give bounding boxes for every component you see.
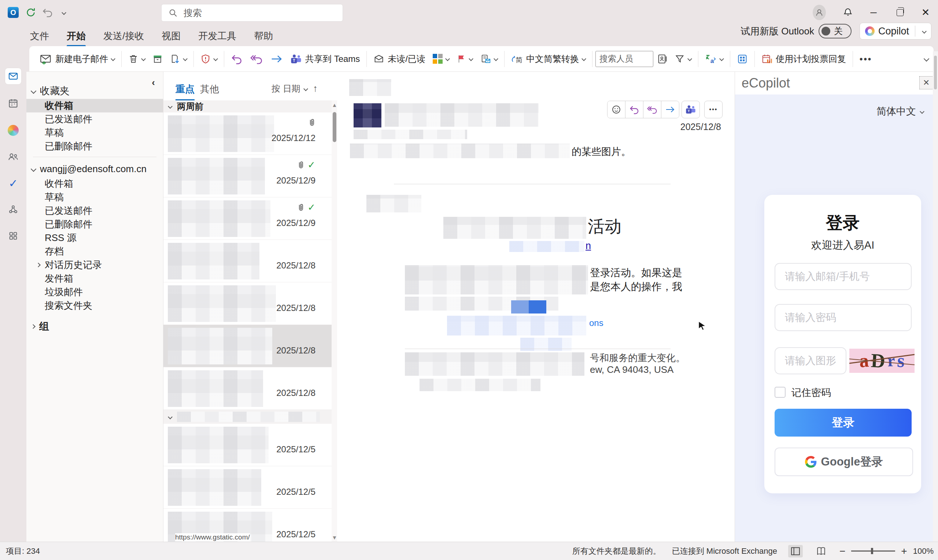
mail-list-item[interactable]: 2025/12/5 (163, 466, 331, 509)
forward-button[interactable] (661, 101, 679, 118)
login-button[interactable]: 登录 (775, 409, 912, 437)
collapse-ribbon-chevron-icon[interactable] (924, 56, 929, 62)
sort-by-date-dropdown[interactable]: 按 日期 (271, 83, 307, 94)
more-message-actions-button[interactable]: ••• (704, 101, 722, 118)
mail-list-item[interactable]: 2025/12/12 (163, 112, 331, 155)
refresh-icon[interactable] (24, 6, 37, 19)
folder-sent-favorite[interactable]: 已发送邮件 (26, 112, 163, 126)
emoji-reaction-button[interactable] (607, 101, 625, 118)
apps-button[interactable] (737, 54, 748, 65)
mail-list-item[interactable]: 2025/12/5 (163, 424, 331, 466)
rail-network-icon[interactable] (5, 202, 21, 218)
folder-deleted-favorite[interactable]: 已删除邮件 (26, 140, 163, 153)
send-receive-rule-button[interactable] (480, 54, 497, 64)
remember-password-checkbox[interactable] (775, 387, 786, 398)
captcha-image[interactable]: a D r s (849, 349, 915, 373)
link2-text-fragment[interactable]: ons (589, 318, 604, 328)
email-field[interactable] (775, 263, 912, 290)
mail-list-scrollbar[interactable]: ▲ ▼ (331, 100, 337, 542)
scrollbar-thumb[interactable] (934, 56, 937, 89)
folder-search-folders[interactable]: 搜索文件夹 (26, 299, 163, 312)
folder-sent[interactable]: 已发送邮件 (26, 204, 163, 218)
collapse-folder-pane-icon[interactable]: ‹ (152, 77, 155, 88)
reply-all-button[interactable] (250, 54, 263, 65)
restore-button[interactable] (893, 6, 907, 19)
favorites-group[interactable]: 收藏夹 (26, 83, 163, 99)
new-outlook-toggle[interactable]: 关 (819, 24, 852, 38)
more-commands-button[interactable]: ••• (859, 54, 872, 64)
exchange-status[interactable]: 已连接到 Microsoft Exchange (672, 546, 777, 557)
reply-button[interactable] (231, 54, 243, 65)
new-email-button[interactable]: 新建电子邮件 (40, 53, 115, 65)
quick-access-chevron-icon[interactable] (57, 6, 70, 19)
rail-mail-icon[interactable] (5, 68, 21, 84)
share-to-teams-button[interactable]: T 共享到 Teams (290, 53, 360, 65)
tab-home[interactable]: 开始 (66, 28, 86, 44)
folder-rss[interactable]: RSS 源 (26, 231, 163, 245)
group-header-redacted[interactable] (163, 410, 331, 424)
scroll-down-icon[interactable]: ▼ (331, 534, 337, 541)
share-to-teams-button[interactable]: T (682, 101, 700, 118)
delete-button[interactable] (128, 54, 145, 64)
categorize-button[interactable] (433, 54, 449, 64)
tab-file[interactable]: 文件 (29, 28, 50, 44)
archive-button[interactable] (152, 54, 163, 64)
mail-list-item[interactable]: 2025/12/8 (163, 367, 331, 410)
window-scrollbar[interactable] (933, 51, 938, 542)
folder-conversation-history[interactable]: 对话历史记录 (26, 258, 163, 272)
reading-view-button[interactable] (788, 545, 803, 557)
folder-deleted[interactable]: 已删除邮件 (26, 218, 163, 231)
tab-help[interactable]: 帮助 (253, 28, 274, 44)
close-panel-button[interactable]: ✕ (919, 76, 933, 89)
zoom-slider-handle[interactable] (871, 548, 873, 554)
mail-list-item[interactable]: 2025/12/8 (163, 240, 331, 282)
zoom-out-button[interactable]: − (839, 545, 845, 557)
folder-outbox[interactable]: 发件箱 (26, 272, 163, 285)
undo-icon[interactable] (41, 6, 54, 19)
google-login-button[interactable]: Google登录 (775, 448, 913, 476)
mail-list-item-selected[interactable]: 2025/12/8 (163, 325, 331, 367)
vote-reply-button[interactable]: 使用计划投票回复 (761, 53, 846, 65)
folder-archive[interactable]: 存档 (26, 245, 163, 258)
tab-focused[interactable]: 重点 (176, 83, 194, 101)
global-search[interactable] (161, 4, 343, 22)
zoom-level[interactable]: 100% (913, 546, 933, 556)
zoom-in-button[interactable]: + (901, 545, 907, 557)
rail-copilot-app-icon[interactable] (5, 122, 21, 138)
forward-button[interactable] (270, 54, 283, 65)
password-field[interactable] (775, 304, 912, 331)
report-phishing-button[interactable] (200, 54, 217, 64)
scroll-up-icon[interactable]: ▲ (331, 102, 337, 108)
minimize-button[interactable]: ─ (867, 6, 880, 19)
zoom-slider[interactable] (851, 551, 895, 552)
address-book-button[interactable] (657, 54, 667, 64)
read-unread-button[interactable]: 未读/已读 (373, 53, 425, 65)
chinese-convert-button[interactable]: 简 中文简繁转换 (511, 53, 585, 65)
account-group[interactable]: wangjj@edensoft.com.cn (26, 161, 163, 177)
reply-button[interactable] (625, 101, 644, 118)
folder-drafts[interactable]: 草稿 (26, 191, 163, 204)
tab-other[interactable]: 其他 (200, 83, 219, 95)
mail-list-item[interactable]: 2025/12/8 (163, 282, 331, 325)
move-to-button[interactable] (170, 54, 187, 64)
groups-group[interactable]: 组 (26, 318, 163, 334)
folder-junk[interactable]: 垃圾邮件 (26, 285, 163, 299)
mail-list-item[interactable]: ✓ 2025/12/9 (163, 155, 331, 197)
tab-send-receive[interactable]: 发送/接收 (103, 28, 145, 44)
folder-drafts-favorite[interactable]: 草稿 (26, 126, 163, 140)
rail-people-icon[interactable] (5, 149, 21, 165)
language-selector[interactable]: 简体中文 (876, 105, 924, 118)
rail-more-apps-icon[interactable] (5, 228, 21, 244)
reading-mode-button[interactable] (814, 545, 829, 557)
notifications-bell-icon[interactable] (841, 6, 855, 19)
copilot-button[interactable]: Copilot (859, 23, 932, 40)
reply-all-button[interactable] (644, 101, 661, 118)
close-button[interactable]: ✕ (919, 6, 932, 19)
follow-up-flag-button[interactable] (456, 54, 473, 64)
tab-developer[interactable]: 开发工具 (197, 28, 237, 44)
search-input[interactable] (183, 7, 309, 18)
scrollbar-thumb[interactable] (333, 112, 336, 142)
account-avatar[interactable] (813, 6, 826, 19)
captcha-field[interactable] (775, 347, 846, 374)
translate-button[interactable]: a (705, 54, 723, 65)
